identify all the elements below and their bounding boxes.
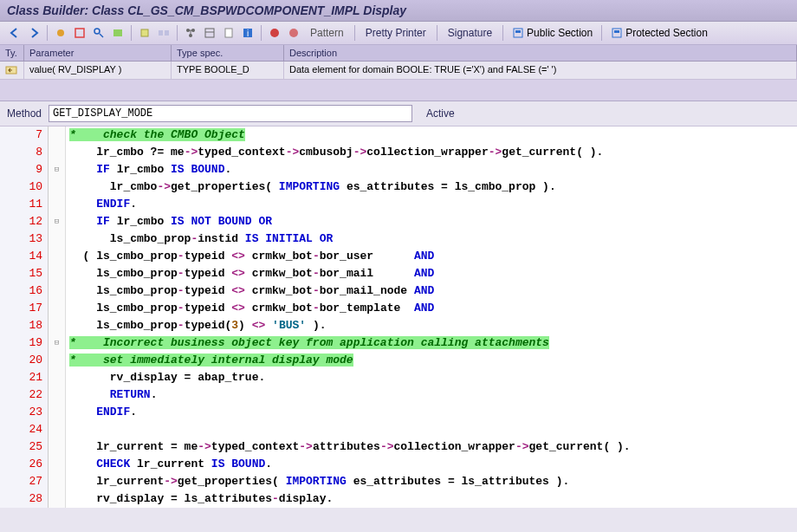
svg-point-2 xyxy=(94,29,100,34)
fold-marker xyxy=(49,144,65,161)
svg-rect-15 xyxy=(225,29,232,37)
line-number: 9 xyxy=(0,161,48,178)
code-line[interactable]: lr_cmbo->get_properties( IMPORTING es_at… xyxy=(69,178,797,196)
tool-icon-8[interactable] xyxy=(202,25,217,41)
title-bar: Class Builder: Class CL_GS_CM_BSPWDCOMPO… xyxy=(0,0,797,22)
tool-icon-11[interactable] xyxy=(267,25,282,41)
line-gutter: 7891011121314151617181920212223242526272… xyxy=(0,127,49,508)
line-number: 18 xyxy=(0,317,48,334)
tool-icon-12[interactable] xyxy=(286,25,301,41)
fold-marker xyxy=(49,490,65,508)
toolbar-sep xyxy=(502,25,503,41)
tool-icon-6[interactable] xyxy=(156,25,172,41)
fold-marker xyxy=(49,282,65,300)
method-bar: Method Active xyxy=(0,101,797,127)
line-number: 24 xyxy=(0,421,48,438)
code-line[interactable]: ls_cmbo_prop-typeid(3) <> 'BUS' ). xyxy=(69,317,797,334)
tool-icon-7[interactable] xyxy=(183,25,198,41)
code-line[interactable] xyxy=(69,421,797,438)
fold-marker xyxy=(49,230,65,248)
back-icon[interactable] xyxy=(7,25,23,41)
fold-marker xyxy=(49,196,65,213)
code-line[interactable]: lr_current = me->typed_context->attribut… xyxy=(69,438,797,456)
code-line[interactable]: * set immediately internal display mode xyxy=(69,352,797,369)
tool-icon-10[interactable]: i xyxy=(240,25,256,41)
code-editor[interactable]: 7891011121314151617181920212223242526272… xyxy=(0,127,797,508)
line-number: 28 xyxy=(0,490,48,508)
toolbar-sep xyxy=(437,25,437,41)
tool-icon-1[interactable] xyxy=(53,25,68,41)
method-label: Method xyxy=(7,107,42,120)
returning-icon xyxy=(0,62,24,80)
fold-marker xyxy=(49,248,65,265)
tool-icon-4[interactable] xyxy=(110,25,126,41)
code-line[interactable]: * Incorrect business object key from app… xyxy=(69,334,797,352)
header-parameter: Parameter xyxy=(24,45,172,62)
line-number: 22 xyxy=(0,386,48,404)
line-number: 7 xyxy=(0,127,48,144)
fold-marker[interactable]: ⊟ xyxy=(49,161,65,178)
code-line[interactable]: lr_current->get_properties( IMPORTING es… xyxy=(69,473,797,490)
method-status: Active xyxy=(426,107,455,120)
svg-text:i: i xyxy=(247,29,249,38)
fold-column[interactable]: ⊟⊟⊟ xyxy=(49,127,66,508)
code-line[interactable]: ( ls_cmbo_prop-typeid <> crmkw_bot-bor_u… xyxy=(69,248,797,265)
toolbar-sep xyxy=(354,25,355,41)
code-line[interactable]: ls_cmbo_prop-typeid <> crmkw_bot-bor_mai… xyxy=(69,265,797,282)
fold-marker xyxy=(49,404,65,421)
window-title: Class Builder: Class CL_GS_CM_BSPWDCOMPO… xyxy=(7,3,406,17)
svg-rect-1 xyxy=(75,29,84,37)
tool-icon-9[interactable] xyxy=(221,25,237,41)
code-line[interactable]: CHECK lr_current IS BOUND. xyxy=(69,456,797,473)
fold-marker xyxy=(49,421,65,438)
code-area[interactable]: * check the CMBO Object lr_cmbo ?= me->t… xyxy=(66,127,797,508)
tool-icon-5[interactable] xyxy=(137,25,152,41)
toolbar: i Pattern Pretty Printer Signature Publi… xyxy=(0,22,797,45)
code-line[interactable]: RETURN. xyxy=(69,386,797,404)
protected-section-label: Protected Section xyxy=(625,27,708,39)
section-icon xyxy=(512,27,524,39)
code-line[interactable]: IF lr_cmbo IS NOT BOUND OR xyxy=(69,213,797,230)
signature-button[interactable]: Signature xyxy=(443,25,497,41)
code-line[interactable]: ls_cmbo_prop-typeid <> crmkw_bot-bor_mai… xyxy=(69,282,797,300)
fold-marker xyxy=(49,386,65,404)
svg-rect-21 xyxy=(515,30,521,33)
fold-marker xyxy=(49,127,65,144)
code-line[interactable]: ls_cmbo_prop-instid IS INITIAL OR xyxy=(69,230,797,248)
forward-icon[interactable] xyxy=(26,25,42,41)
code-line[interactable]: * check the CMBO Object xyxy=(69,127,797,144)
code-line[interactable]: ENDIF. xyxy=(69,404,797,421)
method-name-input[interactable] xyxy=(49,105,412,122)
line-number: 11 xyxy=(0,196,48,213)
svg-rect-5 xyxy=(141,29,148,36)
tool-icon-2[interactable] xyxy=(72,25,87,41)
svg-line-3 xyxy=(100,34,103,37)
tool-icon-3[interactable] xyxy=(91,25,107,41)
protected-section-button[interactable]: Protected Section xyxy=(607,26,711,40)
fold-marker[interactable]: ⊟ xyxy=(49,213,65,230)
svg-rect-6 xyxy=(159,30,163,36)
line-number: 15 xyxy=(0,265,48,282)
svg-rect-13 xyxy=(205,29,214,37)
parameter-row[interactable]: value( RV_DISPLAY ) TYPE BOOLE_D Data el… xyxy=(0,62,797,80)
line-number: 17 xyxy=(0,300,48,317)
pretty-printer-button[interactable]: Pretty Printer xyxy=(360,25,431,41)
line-number: 8 xyxy=(0,144,48,161)
code-line[interactable]: lr_cmbo ?= me->typed_context->cmbusobj->… xyxy=(69,144,797,161)
toolbar-sep xyxy=(131,25,132,41)
fold-marker xyxy=(49,265,65,282)
public-section-button[interactable]: Public Section xyxy=(509,26,596,40)
fold-marker[interactable]: ⊟ xyxy=(49,334,65,352)
code-line[interactable]: ENDIF. xyxy=(69,196,797,213)
header-description: Description xyxy=(284,45,797,62)
code-line[interactable]: ls_cmbo_prop-typeid <> crmkw_bot-bor_tem… xyxy=(69,300,797,317)
code-line[interactable]: rv_display = abap_true. xyxy=(69,369,797,386)
param-name: value( RV_DISPLAY ) xyxy=(24,62,172,80)
code-line[interactable]: IF lr_cmbo IS BOUND. xyxy=(69,161,797,178)
fold-marker xyxy=(49,473,65,490)
line-number: 27 xyxy=(0,473,48,490)
line-number: 16 xyxy=(0,282,48,300)
line-number: 23 xyxy=(0,404,48,421)
code-line[interactable]: rv_display = ls_attributes-display. xyxy=(69,490,797,508)
pattern-button[interactable]: Pattern xyxy=(305,25,349,41)
